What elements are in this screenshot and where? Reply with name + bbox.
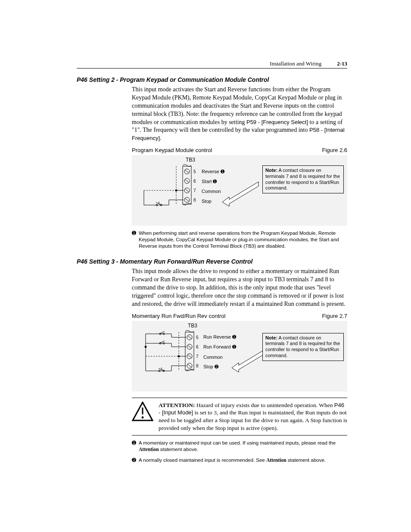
figure-note-box-2-6: Note: A contact closure on terminals 7 a…	[262, 165, 344, 193]
para-text: .	[160, 135, 162, 141]
footnote-symbol-1: ➊	[132, 440, 136, 453]
svg-line-31	[187, 345, 192, 348]
footnote-text: statement above.	[286, 457, 326, 463]
footnote-text: statement above.	[159, 447, 198, 452]
terminal-7-label: Common	[203, 353, 236, 361]
note-label: Note:	[265, 335, 277, 340]
figure-caption: Program Keypad Module control	[132, 147, 212, 153]
svg-line-35	[187, 364, 192, 367]
section-2-paragraph: This input mode allows the drive to resp…	[132, 268, 347, 308]
svg-text:5: 5	[193, 169, 196, 174]
terminal-6-label: Start ➊	[202, 177, 224, 186]
figure-note-box-2-7: Note: A contact closure on terminals 7 a…	[262, 333, 344, 361]
section-heading-p46-setting-3: P46 Setting 3 - Momentary Run Forward/Ru…	[77, 258, 347, 265]
attention-box: ATTENTION: Hazard of injury exists due t…	[132, 398, 347, 436]
footnote-emph: Attention	[266, 457, 286, 463]
footnote-2: ➋ A normally closed maintained input is …	[132, 457, 347, 464]
terminal-diagram-2-7: 5 6 7 8	[134, 329, 202, 385]
figure-2-7: TB3 5 6 7 8	[132, 321, 347, 392]
svg-line-4	[185, 179, 189, 183]
svg-line-6	[185, 189, 189, 192]
header-section-title: Installation and Wiring	[270, 60, 321, 67]
callout-arrow-icon	[222, 178, 261, 208]
tb3-label: TB3	[186, 157, 195, 163]
terminal-6-label: Run Forward ➊	[203, 343, 236, 352]
attention-icon	[132, 401, 153, 421]
svg-line-8	[185, 198, 189, 202]
svg-rect-0	[183, 166, 191, 204]
footnote-1-fig-2-6: ➊ When performing start and reverse oper…	[132, 230, 347, 249]
svg-rect-27	[185, 332, 194, 370]
svg-text:6: 6	[193, 179, 196, 184]
section-heading-p46-setting-2: P46 Setting 2 - Program Keypad or Commun…	[77, 76, 347, 83]
footnote-emph: Attention	[139, 447, 159, 452]
footnotes-fig-2-7: ➊ A momentary or maintained input can be…	[132, 440, 347, 464]
terminal-7-label: Common	[202, 187, 224, 196]
terminal-5-label: Reverse ➊	[202, 167, 224, 176]
svg-point-72	[142, 416, 144, 418]
figure-caption-row-2-7: Momentary Run Fwd/Run Rev control Figure…	[132, 313, 347, 319]
terminal-diagram-2-6: 5 6 7 8	[135, 163, 200, 219]
page: Installation and Wiring 2-13 P46 Setting…	[0, 0, 411, 524]
svg-text:5: 5	[196, 335, 199, 340]
section-body-1: This input mode activates the Start and …	[132, 86, 347, 249]
figure-caption-row-2-6: Program Keypad Module control Figure 2.6	[132, 147, 347, 153]
svg-point-51	[145, 345, 147, 348]
svg-line-29	[187, 336, 192, 339]
attention-label: ATTENTION:	[159, 402, 195, 408]
tb3-label: TB3	[188, 323, 197, 329]
terminal-8-label: Stop ➋	[203, 363, 236, 371]
svg-marker-26	[222, 182, 258, 206]
svg-text:8: 8	[196, 364, 199, 368]
footnote-symbol-2: ➋	[132, 457, 136, 464]
section-1-paragraph: This input mode activates the Start and …	[132, 86, 347, 143]
svg-text:6: 6	[196, 345, 199, 349]
svg-line-48	[159, 331, 165, 334]
svg-text:8: 8	[193, 198, 196, 202]
footnote-symbol-1: ➊	[132, 230, 136, 249]
section-body-2: This input mode allows the drive to resp…	[132, 268, 347, 464]
svg-text:7: 7	[196, 354, 199, 359]
footnote-text: A normally closed maintained input is re…	[139, 457, 266, 463]
note-label: Note:	[265, 168, 277, 173]
terminal-5-label: Run Reverse ➊	[203, 333, 236, 342]
svg-line-33	[187, 355, 192, 358]
svg-text:7: 7	[193, 188, 196, 193]
footnote-text: A momentary or maintained input can be u…	[139, 440, 336, 445]
figure-caption: Momentary Run Fwd/Run Rev control	[132, 313, 225, 319]
figure-2-6: TB3 5 6 7 8	[132, 155, 347, 226]
running-header: Installation and Wiring 2-13	[77, 60, 347, 68]
svg-line-57	[159, 341, 165, 343]
terminal-8-label: Stop	[202, 197, 224, 205]
header-page-number: 2-13	[337, 60, 347, 67]
attn-text-a: Hazard of injury exists due to unintende…	[195, 402, 334, 408]
footnote-1: ➊ A momentary or maintained input can be…	[132, 440, 347, 453]
figure-label: Figure 2.7	[322, 313, 347, 319]
attention-text: ATTENTION: Hazard of injury exists due t…	[159, 401, 347, 432]
param-ref-p59: P59 - [Frequency Select]	[246, 119, 308, 125]
svg-line-2	[185, 170, 189, 173]
figure-label: Figure 2.6	[322, 147, 347, 153]
footnote-text: When performing start and reverse operat…	[139, 230, 347, 249]
